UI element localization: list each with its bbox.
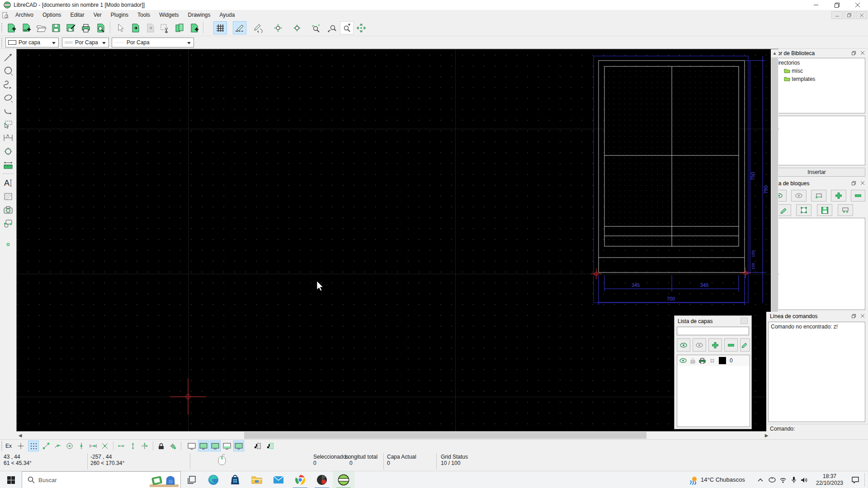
- zoom-in-button[interactable]: [271, 21, 285, 34]
- block-float-button[interactable]: [850, 180, 857, 186]
- duplicate-button[interactable]: [173, 21, 186, 34]
- remove-layer-button[interactable]: [724, 338, 738, 352]
- copy-button[interactable]: [129, 21, 142, 34]
- snap-endpoint-button[interactable]: [41, 441, 52, 451]
- snap-middle-button[interactable]: [76, 441, 87, 451]
- scroll-up-icon[interactable]: ▲: [771, 49, 778, 57]
- toggle-dock-5-button[interactable]: [233, 441, 244, 451]
- tool-text-button[interactable]: A: [2, 177, 14, 189]
- tray-chevron-icon[interactable]: [756, 475, 765, 484]
- block-close-button[interactable]: [859, 180, 866, 186]
- layer-construction-icon[interactable]: [709, 358, 715, 364]
- block-edit-frame-button[interactable]: [796, 204, 811, 216]
- library-float-button[interactable]: [850, 50, 857, 56]
- edit-layer-button[interactable]: [740, 338, 750, 352]
- paste-button[interactable]: [144, 21, 157, 34]
- layer-print-icon[interactable]: [699, 358, 706, 364]
- toggle-dock-1-button[interactable]: [186, 441, 197, 451]
- menu-tools[interactable]: Tools: [133, 10, 155, 19]
- snap-intersection-button[interactable]: [99, 441, 110, 451]
- restrict-orthogonal-button[interactable]: [139, 441, 150, 451]
- tool-modify-button[interactable]: [2, 145, 14, 157]
- block-insert-button[interactable]: [838, 204, 853, 216]
- library-insert-button[interactable]: Insertar: [768, 168, 865, 177]
- scroll-left-icon[interactable]: ◀: [16, 432, 24, 439]
- auto-zoom-button[interactable]: [309, 21, 323, 34]
- start-button[interactable]: [0, 471, 22, 488]
- taskbar-media-button[interactable]: [311, 471, 333, 488]
- layer-lock-icon[interactable]: [690, 358, 695, 364]
- snap-on-entity-button[interactable]: [52, 441, 63, 451]
- library-tree-item-templates[interactable]: templates: [769, 74, 865, 82]
- tool-line-button[interactable]: [2, 52, 14, 63]
- layer-list[interactable]: 0: [677, 355, 750, 427]
- taskbar-mail-button[interactable]: [268, 471, 289, 488]
- block-hide-all-button[interactable]: [791, 190, 807, 202]
- search-box[interactable]: Buscar: [22, 471, 181, 488]
- hscroll-thumb[interactable]: [244, 432, 646, 439]
- block-rename-button[interactable]: [851, 190, 865, 202]
- print-preview-button[interactable]: [94, 21, 108, 34]
- mdi-minimize-button[interactable]: [831, 11, 843, 19]
- insert-document-button[interactable]: [188, 21, 201, 34]
- menu-options[interactable]: Options: [38, 10, 66, 19]
- toolbar-handle[interactable]: [1, 441, 3, 451]
- tool-dimension-button[interactable]: A: [2, 132, 14, 144]
- line-width-combobox[interactable]: Por Capa: [62, 38, 109, 47]
- snap-free-button[interactable]: [15, 441, 26, 451]
- task-view-button[interactable]: [181, 471, 203, 488]
- pan-button[interactable]: [354, 21, 368, 34]
- block-list[interactable]: [768, 218, 865, 310]
- show-desktop-divider[interactable]: [864, 473, 865, 487]
- minimize-button[interactable]: [806, 0, 826, 10]
- menu-drawings[interactable]: Drawings: [183, 10, 215, 19]
- tool-spline-button[interactable]: [2, 79, 14, 90]
- block-add-button[interactable]: [811, 190, 826, 202]
- zoom-window-button[interactable]: [340, 21, 354, 34]
- pointer-button[interactable]: [114, 21, 127, 34]
- weather-icon[interactable]: [688, 476, 698, 486]
- search-highlight-graphic[interactable]: [150, 474, 179, 488]
- toggle-dock-2-button[interactable]: [198, 441, 209, 451]
- save-as-button[interactable]: [64, 21, 78, 34]
- line-type-combobox[interactable]: Por Capa: [112, 38, 194, 47]
- tool-point-button[interactable]: [2, 239, 14, 250]
- mdi-restore-button[interactable]: [844, 11, 855, 19]
- tool-image-button[interactable]: [2, 204, 14, 216]
- toggle-dock-3-button[interactable]: [210, 441, 221, 451]
- toolbar-handle[interactable]: [1, 38, 3, 47]
- layer-color-swatch[interactable]: [719, 357, 726, 364]
- snap-distance-button[interactable]: [88, 441, 99, 451]
- tool-circle-button[interactable]: [2, 65, 14, 77]
- taskbar-librecad-button[interactable]: [333, 471, 354, 488]
- taskbar-explorer-button[interactable]: [246, 471, 268, 488]
- layer-visible-icon[interactable]: [679, 358, 687, 363]
- restrict-vertical-button[interactable]: [127, 441, 138, 451]
- add-options-widget-button[interactable]: [264, 441, 275, 451]
- restore-button[interactable]: [826, 0, 847, 10]
- layer-row[interactable]: 0: [677, 355, 750, 366]
- tray-onedrive-icon[interactable]: [768, 475, 777, 484]
- menu-ayuda[interactable]: Ayuda: [215, 10, 240, 19]
- tray-wifi-icon[interactable]: [778, 475, 788, 484]
- clock[interactable]: 18:37 22/10/2023: [813, 473, 846, 487]
- grid-toggle-button[interactable]: [213, 21, 227, 34]
- taskbar-chrome-button[interactable]: [289, 471, 311, 488]
- taskbar-store-button[interactable]: [224, 471, 246, 488]
- layers-show-all-button[interactable]: [677, 338, 690, 352]
- menu-editar[interactable]: Editar: [66, 10, 89, 19]
- tool-ellipse-button[interactable]: [2, 92, 14, 104]
- layers-hide-all-button[interactable]: [693, 338, 706, 352]
- menu-widgets[interactable]: Widgets: [155, 10, 183, 19]
- canvas-hscrollbar[interactable]: ◀ ▶: [16, 432, 770, 439]
- library-preview-list[interactable]: [768, 116, 865, 165]
- drawing-canvas[interactable]: 750 790 150 150 345 345 700 ▲ ▼: [16, 49, 778, 432]
- redraw-button[interactable]: [251, 21, 265, 34]
- command-history[interactable]: Comando no encontrado: z!: [768, 322, 865, 422]
- tool-polyline-button[interactable]: [2, 106, 14, 117]
- command-input[interactable]: Comando:: [766, 424, 868, 433]
- layer-panel-close-button[interactable]: [741, 318, 748, 324]
- block-remove-button[interactable]: [831, 190, 846, 202]
- tray-microphone-icon[interactable]: [789, 475, 798, 484]
- command-close-button[interactable]: [859, 313, 866, 319]
